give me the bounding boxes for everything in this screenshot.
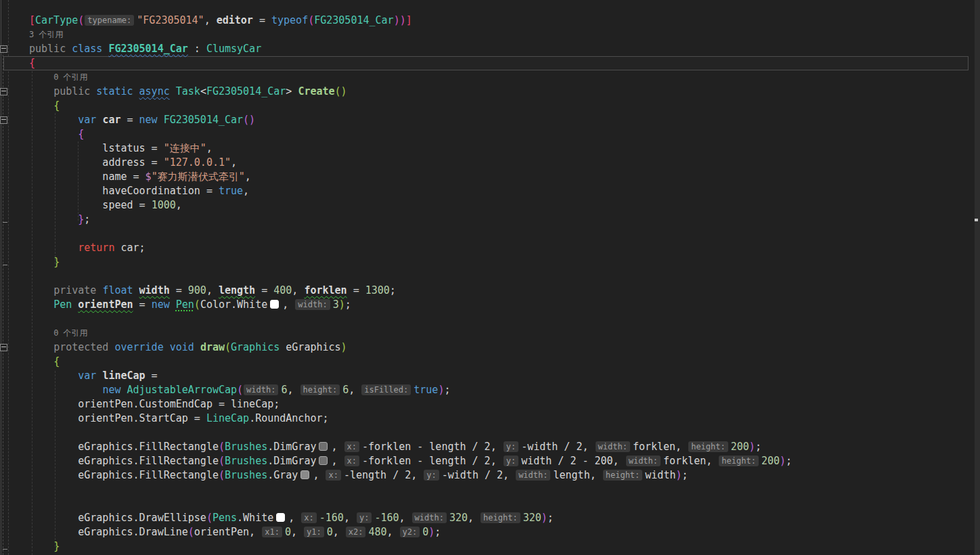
code-line[interactable]: public class FG2305014_Car : ClumsyCar bbox=[0, 42, 980, 56]
code-line[interactable]: var lineCap = bbox=[0, 369, 980, 383]
color-preview-swatch[interactable] bbox=[319, 456, 328, 465]
inline-parameter-hint: y2: bbox=[400, 527, 420, 537]
code-line[interactable]: public static async Task<FG2305014_Car> … bbox=[0, 85, 980, 99]
color-preview-swatch[interactable] bbox=[276, 513, 285, 522]
code-line[interactable] bbox=[0, 426, 980, 440]
code-line[interactable]: { bbox=[0, 99, 980, 113]
code-line[interactable]: private float width = 900, length = 400,… bbox=[0, 284, 980, 298]
fold-collapse-marker[interactable] bbox=[0, 45, 7, 53]
code-line[interactable]: eGraphics.FillRectangle(Brushes.DimGray,… bbox=[0, 454, 980, 468]
minus-icon bbox=[1, 347, 6, 347]
code-line[interactable]: haveCoordination = true, bbox=[0, 184, 980, 198]
code-line[interactable]: speed = 1000, bbox=[0, 198, 980, 213]
code-line[interactable]: eGraphics.FillRectangle(Brushes.Gray, x:… bbox=[0, 468, 980, 483]
inline-parameter-hint: x2: bbox=[346, 527, 366, 537]
code-line[interactable]: 3 个引用 bbox=[0, 28, 980, 42]
fold-collapse-marker[interactable] bbox=[0, 88, 7, 95]
code-line[interactable] bbox=[0, 497, 980, 511]
minus-icon bbox=[1, 48, 6, 49]
codelens-references[interactable]: 3 个引用 bbox=[29, 30, 63, 39]
codelens-references[interactable]: 0 个引用 bbox=[53, 72, 87, 82]
code-line[interactable]: return car; bbox=[0, 241, 980, 255]
code-line[interactable]: address = "127.0.0.1", bbox=[0, 156, 980, 170]
code-line[interactable]: eGraphics.DrawLine(orientPen, x1:0, y1:0… bbox=[0, 525, 980, 539]
inline-parameter-hint: y1: bbox=[304, 527, 324, 537]
inline-parameter-hint: isFilled: bbox=[361, 384, 411, 395]
code-line[interactable]: { bbox=[0, 127, 980, 141]
inline-parameter-hint: width: bbox=[516, 470, 550, 481]
code-line[interactable]: var car = new FG2305014_Car() bbox=[0, 113, 980, 127]
color-preview-swatch[interactable] bbox=[270, 300, 279, 309]
code-lines: [CarType(typename:"FG2305014", editor = … bbox=[0, 14, 980, 554]
inline-parameter-hint: width: bbox=[295, 299, 330, 310]
code-line[interactable]: 0 个引用 bbox=[0, 326, 980, 340]
inline-parameter-hint: width: bbox=[244, 384, 278, 395]
inline-parameter-hint: y: bbox=[424, 470, 439, 481]
inline-parameter-hint: x: bbox=[344, 456, 359, 466]
inline-parameter-hint: y: bbox=[504, 441, 518, 452]
code-line[interactable] bbox=[0, 483, 980, 497]
fold-collapse-marker[interactable] bbox=[0, 116, 7, 124]
inline-parameter-hint: width: bbox=[596, 441, 630, 452]
fold-region-end-tick bbox=[3, 549, 7, 550]
inline-parameter-hint: height: bbox=[688, 441, 728, 452]
fold-region-end-tick bbox=[3, 265, 7, 265]
code-line[interactable]: eGraphics.FillRectangle(Brushes.DimGray,… bbox=[0, 440, 980, 454]
code-line[interactable]: protected override void draw(Graphics eG… bbox=[0, 340, 980, 355]
color-preview-swatch[interactable] bbox=[319, 442, 328, 451]
inline-parameter-hint: y: bbox=[357, 512, 372, 523]
code-editor-pane[interactable]: [CarType(typename:"FG2305014", editor = … bbox=[0, 0, 980, 555]
code-line[interactable]: lstatus = "连接中", bbox=[0, 141, 980, 156]
code-line[interactable]: { bbox=[0, 355, 980, 369]
code-line[interactable]: orientPen.CustomEndCap = lineCap; bbox=[0, 397, 980, 412]
inline-parameter-hint: typename: bbox=[85, 15, 134, 26]
code-line[interactable] bbox=[0, 312, 980, 326]
inline-parameter-hint: width: bbox=[412, 512, 447, 523]
code-line[interactable]: name = $"赛力斯潜伏式牵引", bbox=[0, 170, 980, 184]
inline-parameter-hint: x: bbox=[301, 512, 316, 523]
code-line[interactable]: eGraphics.DrawEllipse(Pens.White, x:-160… bbox=[0, 511, 980, 525]
code-line[interactable] bbox=[0, 227, 980, 241]
inline-parameter-hint: x1: bbox=[262, 527, 282, 537]
inline-parameter-hint: height: bbox=[719, 456, 759, 466]
minus-icon bbox=[1, 91, 6, 91]
vertical-scrollbar[interactable] bbox=[975, 0, 980, 555]
code-line[interactable]: { bbox=[0, 56, 980, 70]
inline-parameter-hint: y: bbox=[504, 456, 518, 466]
inline-parameter-hint: height: bbox=[481, 512, 520, 523]
inline-parameter-hint: width: bbox=[626, 456, 661, 466]
inline-parameter-hint: height: bbox=[300, 384, 340, 395]
code-line[interactable]: } bbox=[0, 539, 980, 554]
fold-collapse-marker[interactable] bbox=[0, 344, 7, 351]
code-line[interactable]: }; bbox=[0, 213, 980, 227]
inline-parameter-hint: height: bbox=[603, 470, 643, 481]
code-line[interactable]: } bbox=[0, 255, 980, 269]
code-line[interactable]: 0 个引用 bbox=[0, 70, 980, 85]
code-line[interactable]: new AdjustableArrowCap(width:6, height:6… bbox=[0, 383, 980, 397]
code-line[interactable]: orientPen.StartCap = LineCap.RoundAnchor… bbox=[0, 412, 980, 426]
code-line[interactable]: Pen orientPen = new Pen(Color.White, wid… bbox=[0, 298, 980, 312]
minus-icon bbox=[1, 119, 6, 120]
color-preview-swatch[interactable] bbox=[300, 470, 309, 479]
fold-region-end-tick bbox=[3, 222, 7, 223]
codelens-references[interactable]: 0 个引用 bbox=[53, 328, 87, 338]
code-line[interactable] bbox=[0, 269, 980, 284]
inline-parameter-hint: x: bbox=[326, 470, 340, 481]
inline-parameter-hint: x: bbox=[344, 441, 359, 452]
scrollbar-caret-mark bbox=[975, 219, 978, 221]
code-line[interactable]: [CarType(typename:"FG2305014", editor = … bbox=[0, 14, 980, 28]
